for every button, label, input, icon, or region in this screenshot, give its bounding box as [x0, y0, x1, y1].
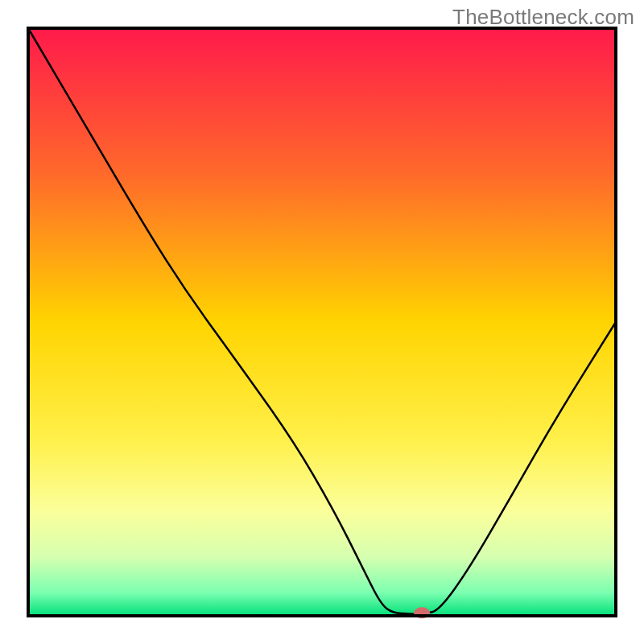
- bottleneck-chart: TheBottleneck.com: [0, 0, 644, 644]
- watermark-label: TheBottleneck.com: [452, 5, 634, 30]
- chart-svg: [0, 0, 644, 644]
- gradient-background: [28, 28, 616, 616]
